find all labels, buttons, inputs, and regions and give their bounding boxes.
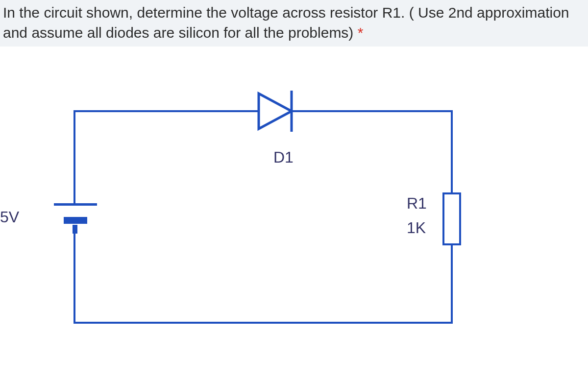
resistor-icon	[442, 192, 461, 245]
wire	[74, 233, 75, 322]
resistor-value-label: 1K	[407, 219, 426, 237]
wire	[74, 322, 453, 324]
wire	[451, 110, 453, 192]
diode-label: D1	[273, 148, 294, 167]
required-asterisk: *	[358, 24, 364, 41]
wire	[451, 245, 453, 323]
source-voltage-label: 5V	[0, 208, 19, 226]
battery-terminal	[74, 193, 75, 204]
diode-icon	[250, 87, 309, 136]
wire	[74, 110, 75, 203]
battery-negative-plate	[64, 217, 87, 224]
question-container: In the circuit shown, determine the volt…	[0, 0, 588, 47]
resistor-name-label: R1	[407, 194, 427, 213]
circuit-diagram: 5V D1 R1 1K	[0, 47, 588, 365]
battery-terminal	[73, 225, 77, 234]
svg-marker-1	[259, 94, 292, 129]
battery-positive-plate	[54, 203, 97, 206]
wire	[74, 110, 254, 112]
wire	[304, 110, 451, 112]
question-text: In the circuit shown, determine the volt…	[3, 4, 569, 41]
